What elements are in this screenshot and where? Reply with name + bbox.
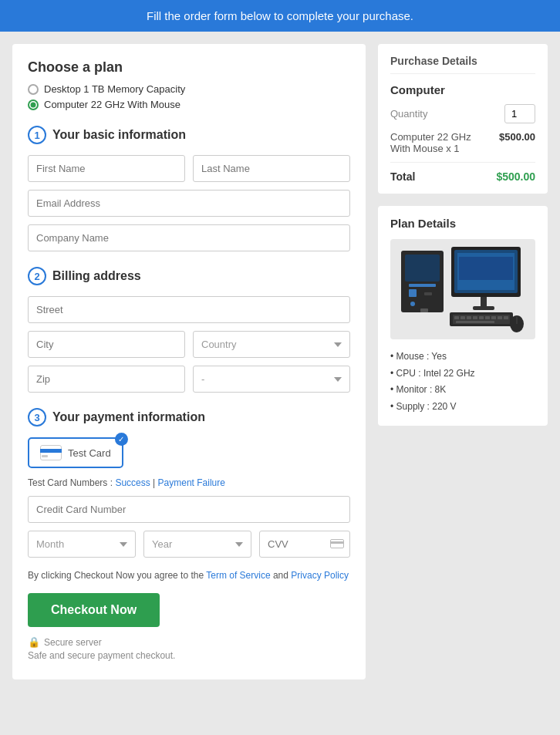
total-amount: $500.00: [496, 170, 535, 183]
svg-rect-25: [485, 316, 490, 319]
checkout-button[interactable]: Checkout Now: [28, 593, 160, 627]
month-select[interactable]: Month 010203 040506 070809 101112: [28, 531, 136, 558]
first-name-input[interactable]: [28, 155, 185, 182]
credit-card-icon: [40, 445, 62, 460]
section3-number: 3: [28, 408, 46, 427]
feature-3: Monitor : 8K: [390, 382, 535, 399]
city-country-row: Country: [28, 331, 350, 358]
test-card-prefix: Test Card Numbers :: [28, 477, 115, 488]
svg-rect-9: [424, 292, 432, 295]
month-year-cvv-row: Month 010203 040506 070809 101112 Year 2…: [28, 531, 350, 558]
svg-rect-28: [504, 316, 508, 319]
computer-svg: [397, 243, 528, 335]
plan-label-2: Computer 22 GHz With Mouse: [44, 99, 180, 110]
company-row: [28, 224, 350, 251]
section1-header: 1 Your basic information: [28, 126, 350, 144]
plan-label-1: Desktop 1 TB Memory Capacity: [44, 83, 185, 95]
section2-number: 2: [28, 267, 46, 285]
feature-2: CPU : Intel 22 GHz: [390, 366, 535, 383]
plan-details-title: Plan Details: [390, 217, 535, 230]
section1-number: 1: [28, 126, 46, 144]
item-row: Computer 22 GHz With Mouse x 1 $500.00: [390, 131, 535, 163]
plan-radio-2[interactable]: [28, 99, 39, 110]
purchase-details-title: Purchase Details: [390, 55, 535, 74]
safe-text: Safe and secure payment checkout.: [28, 650, 350, 661]
section3-title: Your payment information: [52, 410, 205, 424]
svg-rect-16: [481, 297, 487, 306]
company-input[interactable]: [28, 224, 350, 251]
svg-rect-15: [459, 257, 513, 280]
purchase-details-card: Purchase Details Computer Quantity Compu…: [378, 44, 548, 194]
svg-rect-7: [409, 284, 436, 287]
section2-title: Billing address: [52, 269, 141, 283]
zip-state-row: -: [28, 366, 350, 393]
svg-rect-1: [40, 449, 62, 453]
year-select[interactable]: Year 202420252026 2027202820292030: [143, 531, 251, 558]
city-wrapper: [28, 331, 185, 358]
plan-features: Mouse : Yes CPU : Intel 22 GHz Monitor :…: [390, 349, 535, 415]
svg-rect-17: [473, 306, 494, 310]
country-select[interactable]: Country: [193, 331, 350, 358]
quantity-row: Quantity: [390, 104, 535, 123]
item-price: $500.00: [499, 131, 535, 143]
email-row: [28, 190, 350, 217]
zip-input[interactable]: [28, 366, 185, 393]
city-input[interactable]: [28, 331, 185, 358]
test-card-failure-link[interactable]: Payment Failure: [158, 477, 225, 488]
svg-rect-29: [456, 321, 494, 323]
svg-rect-20: [454, 316, 459, 319]
cvv-wrapper: [259, 531, 350, 558]
street-input[interactable]: [28, 296, 350, 323]
plan-details-card: Plan Details: [378, 206, 548, 426]
state-select[interactable]: -: [193, 366, 350, 393]
last-name-wrapper: [193, 155, 350, 182]
feature-4: Supply : 220 V: [390, 399, 535, 416]
plan-option-2[interactable]: Computer 22 GHz With Mouse: [28, 99, 350, 110]
tos-link[interactable]: Term of Service: [206, 570, 270, 581]
svg-rect-11: [420, 308, 428, 312]
svg-rect-4: [330, 541, 344, 544]
section1-title: Your basic information: [52, 128, 186, 142]
total-label: Total: [390, 170, 415, 183]
feature-1: Mouse : Yes: [390, 349, 535, 366]
terms-middle: and: [271, 570, 292, 581]
email-input[interactable]: [28, 190, 350, 217]
svg-rect-23: [473, 316, 477, 319]
svg-rect-2: [42, 455, 48, 457]
country-wrapper: Country: [193, 331, 350, 358]
terms-text: By clicking Checkout Now you agree to th…: [28, 568, 350, 582]
state-wrapper: -: [193, 366, 350, 393]
choose-plan-title: Choose a plan: [28, 59, 350, 76]
top-banner: Fill the order form below to complete yo…: [0, 0, 560, 32]
last-name-input[interactable]: [193, 155, 350, 182]
test-card-numbers: Test Card Numbers : Success | Payment Fa…: [28, 477, 350, 488]
cc-number-input[interactable]: [28, 496, 350, 523]
secure-label: Secure server: [44, 637, 102, 648]
plan-option-1[interactable]: Desktop 1 TB Memory Capacity: [28, 83, 350, 95]
card-label: Test Card: [68, 447, 111, 459]
computer-image: [390, 239, 535, 339]
plan-radio-1[interactable]: [28, 84, 39, 95]
svg-rect-22: [467, 316, 471, 319]
svg-rect-27: [498, 316, 502, 319]
cvv-card-icon: [330, 538, 344, 551]
terms-prefix: By clicking Checkout Now you agree to th…: [28, 570, 206, 581]
svg-rect-26: [491, 316, 496, 319]
quantity-label: Quantity: [390, 108, 427, 120]
banner-text: Fill the order form below to complete yo…: [147, 9, 413, 22]
svg-rect-6: [405, 255, 440, 282]
name-row: [28, 155, 350, 182]
secure-row: 🔒 Secure server: [28, 636, 350, 648]
cc-number-row: [28, 496, 350, 523]
zip-wrapper: [28, 366, 185, 393]
test-card-success-link[interactable]: Success: [115, 477, 150, 488]
privacy-link[interactable]: Privacy Policy: [291, 570, 349, 581]
svg-rect-24: [479, 316, 484, 319]
total-row: Total $500.00: [390, 170, 535, 183]
card-option[interactable]: Test Card ✓: [28, 437, 123, 468]
quantity-input[interactable]: [504, 104, 535, 123]
svg-rect-8: [409, 289, 417, 297]
test-card-sep: |: [150, 477, 158, 488]
section2-header: 2 Billing address: [28, 267, 350, 285]
card-check-icon: ✓: [115, 433, 128, 446]
